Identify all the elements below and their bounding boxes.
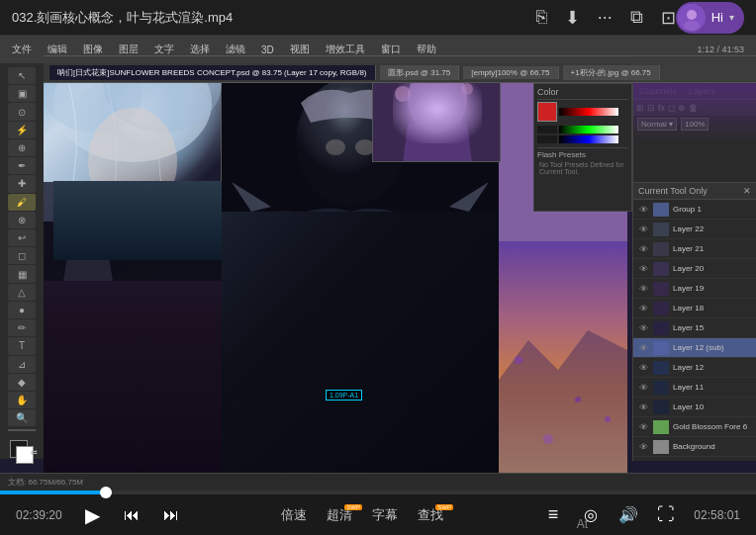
layer-item-11[interactable]: 👁 Layer 11 xyxy=(633,378,756,398)
share-icon[interactable]: ⎘ xyxy=(536,7,547,28)
user-avatar-area[interactable]: Hi ▾ xyxy=(676,2,744,34)
opacity-input[interactable]: 100% xyxy=(681,118,709,131)
color-gradient-b[interactable] xyxy=(559,135,618,143)
layers-icon-4[interactable]: ◻ xyxy=(667,102,676,114)
layers-icon-5[interactable]: ⊕ xyxy=(677,102,687,114)
layer-visibility-icon[interactable]: 👁 xyxy=(637,442,649,452)
layer-visibility-icon[interactable]: 👁 xyxy=(637,304,649,313)
tool-eraser[interactable]: ◻ xyxy=(8,247,36,264)
tool-shape[interactable]: ◆ xyxy=(8,374,36,391)
ps-right-panel: Channels Layers ⊞ ⊟ fx ◻ ⊕ 🗑 Normal ▾ 10… xyxy=(632,83,756,182)
layer-visibility-icon[interactable]: 👁 xyxy=(637,224,649,234)
prev-button[interactable]: ⏮ xyxy=(114,497,149,533)
tool-path-select[interactable]: ⊿ xyxy=(8,356,36,373)
layers-icon-3[interactable]: fx xyxy=(657,102,666,114)
ps-menu-file[interactable]: 文件 xyxy=(6,41,38,58)
tool-stamp[interactable]: ⊗ xyxy=(8,212,36,228)
color-swatch-red[interactable] xyxy=(537,102,557,122)
layer-visibility-icon[interactable]: 👁 xyxy=(637,244,649,254)
layer-name: Gold Blossom Fore 6 xyxy=(673,422,747,431)
tool-eyedropper[interactable]: ✒ xyxy=(8,157,36,174)
cast-icon[interactable]: ⊡ xyxy=(661,7,676,29)
layers-icon-6[interactable]: 🗑 xyxy=(688,102,699,114)
layer-visibility-icon[interactable]: 👁 xyxy=(637,264,649,274)
next-button[interactable]: ⏭ xyxy=(153,497,189,533)
document-tab-4[interactable]: +1积分-的.jpg @ 66.75 xyxy=(563,65,660,80)
tool-zoom[interactable]: 🔍 xyxy=(8,409,36,426)
download-icon[interactable]: ⬇ xyxy=(565,7,580,29)
tool-dodge[interactable]: ● xyxy=(8,302,36,318)
layer-name: Layer 21 xyxy=(673,244,704,253)
volume-button[interactable]: 🔊 xyxy=(611,497,646,533)
layer-visibility-icon[interactable]: 👁 xyxy=(637,205,649,215)
subtitle-button[interactable]: 字幕 xyxy=(362,502,408,528)
layer-item-20[interactable]: 👁 Layer 20 xyxy=(633,259,756,279)
pip-icon[interactable]: ⧉ xyxy=(630,7,643,28)
ps-toolbox: ↖ ▣ ⊙ ⚡ ⊕ ✒ ✚ 🖌 ⊗ ↩ ◻ ▦ △ ● ✏ T ⊿ ◆ ✋ 🔍 xyxy=(0,63,44,459)
tool-brush[interactable]: 🖌 xyxy=(8,194,36,211)
layers-icon-1[interactable]: ⊞ xyxy=(635,102,645,114)
layer-name: Layer 12 xyxy=(673,363,704,372)
tool-blur[interactable]: △ xyxy=(8,284,36,301)
layer-thumbnail xyxy=(653,401,669,414)
layer-item-19[interactable]: 👁 Layer 19 xyxy=(633,279,756,299)
layers-icon-2[interactable]: ⊟ xyxy=(646,102,656,114)
play-button[interactable]: ▶ xyxy=(74,497,110,533)
layer-visibility-icon[interactable]: 👁 xyxy=(637,402,649,412)
tool-text[interactable]: T xyxy=(8,337,36,354)
tool-marquee[interactable]: ▣ xyxy=(8,85,36,102)
layers-panel-menu[interactable]: ✕ xyxy=(743,186,751,196)
layer-visibility-icon[interactable]: 👁 xyxy=(637,383,649,393)
layer-visibility-icon[interactable]: 👁 xyxy=(637,323,649,333)
layer-item-15[interactable]: 👁 Layer 15 xyxy=(633,318,756,338)
channels-tab[interactable]: Channels xyxy=(633,83,683,99)
top-navigation-bar: 032.刻画核心概念，叶与花式渲染.mp4 ⎘ ⬇ ··· ⧉ ⊡ Hi ▾ xyxy=(0,0,756,36)
layer-name: Background xyxy=(673,442,715,451)
hi-label: Hi xyxy=(711,10,723,25)
layer-item-22[interactable]: 👁 Layer 22 xyxy=(633,220,756,239)
tool-hand[interactable]: ✋ xyxy=(8,392,36,408)
layer-thumbnail xyxy=(653,262,669,276)
layer-visibility-icon[interactable]: 👁 xyxy=(637,363,649,373)
layer-item-gold-blossom[interactable]: 👁 Gold Blossom Fore 6 xyxy=(633,417,756,437)
color-gradient-g[interactable] xyxy=(559,126,618,134)
layer-visibility-icon[interactable]: 👁 xyxy=(637,422,649,432)
layer-item-10[interactable]: 👁 Layer 10 xyxy=(633,398,756,417)
color-gradient-r[interactable] xyxy=(559,108,618,116)
layers-tab[interactable]: Layers xyxy=(683,83,721,99)
layer-item-18[interactable]: 👁 Layer 18 xyxy=(633,299,756,318)
document-tab-3[interactable]: [empty]100% @ 66.75 xyxy=(463,66,558,79)
layer-item-12-sub[interactable]: 👁 Layer 12 (sub) xyxy=(633,338,756,358)
tool-crop[interactable]: ⊕ xyxy=(8,139,36,156)
swap-colors-icon[interactable]: ⇄ xyxy=(31,448,38,457)
layer-item-12[interactable]: 👁 Layer 12 xyxy=(633,358,756,378)
more-icon[interactable]: ··· xyxy=(598,7,613,28)
layer-visibility-icon[interactable]: 👁 xyxy=(637,284,649,294)
tool-select[interactable]: ⚡ xyxy=(8,122,36,138)
layer-item-group1[interactable]: 👁 Group 1 xyxy=(633,200,756,220)
speed-button[interactable]: 倍速 xyxy=(271,502,317,528)
tool-history-brush[interactable]: ↩ xyxy=(8,229,36,246)
tool-heal[interactable]: ✚ xyxy=(8,175,36,192)
layer-item-21[interactable]: 👁 Layer 21 xyxy=(633,239,756,259)
time-total: 02:58:01 xyxy=(686,508,740,522)
tool-pen[interactable]: ✏ xyxy=(8,319,36,336)
progress-thumb[interactable] xyxy=(100,487,112,498)
center-controls: 倍速 SWP 超清 字幕 SWP 查找 xyxy=(189,502,535,528)
tool-lasso[interactable]: ⊙ xyxy=(8,103,36,120)
blend-mode-select[interactable]: Normal ▾ xyxy=(637,118,677,131)
fullscreen-button[interactable]: ⛶ xyxy=(648,497,684,533)
progress-bar[interactable] xyxy=(0,490,756,494)
layer-item-bg[interactable]: 👁 Background xyxy=(633,437,756,457)
svg-point-1 xyxy=(687,10,697,20)
layer-thumbnail xyxy=(653,242,669,256)
layer-visibility-icon[interactable]: 👁 xyxy=(637,343,649,353)
document-tab-1[interactable]: 呐们[日式花束]SUNFLOWER BREEDS CONCEPT.psd @ 8… xyxy=(49,65,376,80)
playlist-button[interactable]: ≡ xyxy=(535,497,571,533)
tool-move[interactable]: ↖ xyxy=(8,67,36,84)
tool-gradient[interactable]: ▦ xyxy=(8,265,36,282)
document-tab-2[interactable]: 圆形.psd @ 31.75 xyxy=(380,65,460,80)
quality-button[interactable]: SWP 超清 xyxy=(317,502,362,528)
find-button[interactable]: SWP 查找 xyxy=(408,502,453,528)
layer-name: Layer 18 xyxy=(673,304,704,312)
